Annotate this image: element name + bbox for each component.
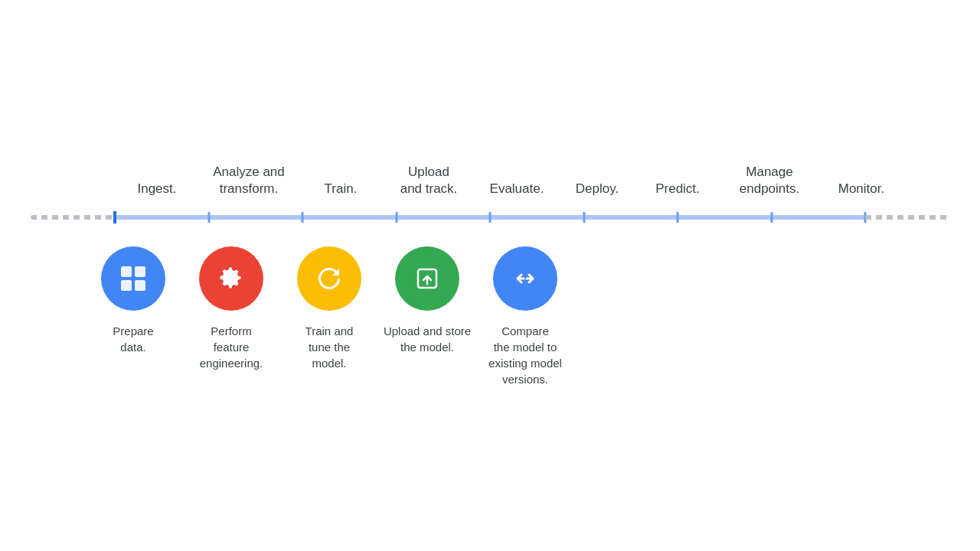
label-analyze: Analyze andtransform.	[199, 164, 299, 197]
circle-upload	[395, 246, 459, 311]
timeline-dashed-left	[31, 215, 115, 220]
tick-3	[395, 212, 397, 223]
circle-feature	[199, 246, 263, 311]
tick-2	[302, 212, 304, 223]
upload-icon	[410, 262, 444, 295]
timeline-row	[31, 210, 949, 225]
svg-rect-1	[135, 266, 145, 277]
icon-feature-eng: Performfeatureengineering.	[182, 246, 280, 371]
timeline-dashed-right	[865, 215, 949, 220]
tick-0	[113, 211, 116, 223]
compare-icon	[508, 262, 542, 295]
svg-rect-0	[121, 266, 132, 277]
label-deploy: Deploy.	[559, 181, 635, 197]
label-upload: Uploadand track.	[383, 164, 475, 197]
label-evaluate: Evaluate.	[475, 181, 559, 197]
grid-icon	[116, 262, 150, 295]
tick-5	[583, 212, 585, 223]
refresh-icon	[312, 262, 346, 295]
tick-marks	[115, 215, 865, 220]
label-predict: Predict.	[635, 181, 720, 197]
circle-train	[297, 246, 361, 311]
svg-rect-3	[135, 280, 145, 291]
circle-compare	[493, 246, 557, 311]
diagram-container: Ingest. Analyze andtransform. Train. Upl…	[31, 164, 949, 387]
label-monitor: Monitor.	[819, 181, 903, 197]
icons-row: Preparedata. Performfeatureengineering.	[31, 246, 949, 387]
icon-compare: Comparethe model toexisting modelversion…	[476, 246, 574, 387]
label-ingest: Ingest.	[115, 181, 199, 197]
icon-prepare: Preparedata.	[84, 246, 182, 355]
label-train: Train.	[299, 181, 383, 197]
icon-train: Train andtune themodel.	[280, 246, 378, 371]
tick-7	[770, 212, 773, 223]
tick-6	[677, 212, 679, 223]
gear-icon	[214, 262, 248, 295]
labels-row: Ingest. Analyze andtransform. Train. Upl…	[31, 164, 949, 210]
tick-4	[489, 212, 492, 223]
circle-prepare	[101, 246, 165, 311]
tick-1	[207, 212, 210, 223]
svg-rect-2	[121, 280, 132, 291]
icon-upload: Upload and storethe model.	[378, 246, 476, 355]
label-manage: Manageendpoints.	[720, 164, 819, 197]
